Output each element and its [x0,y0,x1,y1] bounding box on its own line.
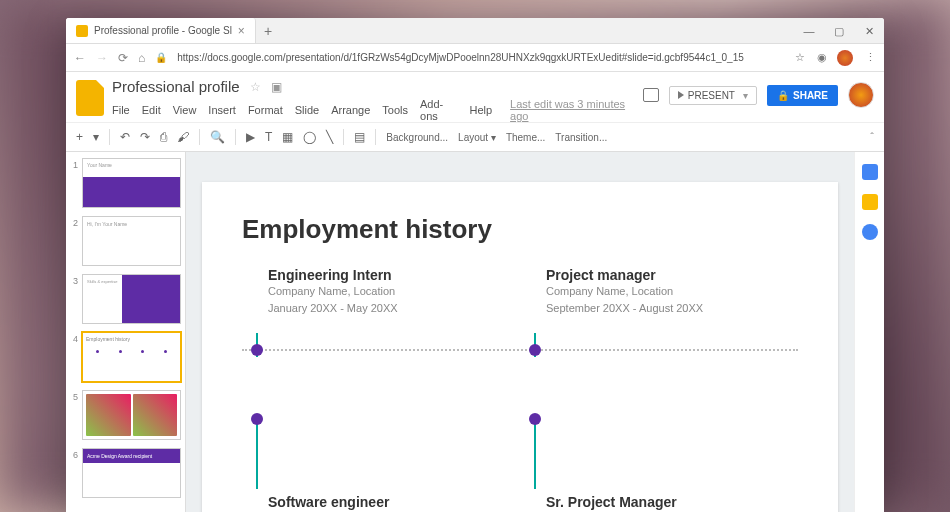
timeline-node-icon [251,413,263,425]
textbox-tool[interactable]: T [265,130,272,144]
keep-icon[interactable] [862,194,878,210]
paint-format-button[interactable]: 🖌 [177,130,189,144]
canvas[interactable]: Employment history Engineering Intern Co… [186,152,854,512]
new-slide-button[interactable]: + [76,130,83,144]
lock-share-icon: 🔒 [777,90,789,101]
menu-help[interactable]: Help [469,104,492,116]
home-button[interactable]: ⌂ [138,51,145,65]
menu-addons[interactable]: Add-ons [420,98,457,122]
slide[interactable]: Employment history Engineering Intern Co… [202,182,838,512]
address-bar: ← → ⟳ ⌂ 🔒 https://docs.google.com/presen… [66,44,884,72]
tab-title: Professional profile - Google Sl [94,25,232,36]
timeline-item[interactable]: Sr. Project Manager Company Name, Locati… [520,336,798,512]
slide-title[interactable]: Employment history [242,214,798,245]
layout-button[interactable]: Layout ▾ [458,132,496,143]
star-icon[interactable]: ☆ [795,51,805,64]
window-controls: — ▢ ✕ [794,18,884,44]
undo-button[interactable]: ↶ [120,130,130,144]
minimize-button[interactable]: — [794,18,824,44]
browser-window: Professional profile - Google Sl × + — ▢… [66,18,884,512]
move-folder-icon[interactable]: ▣ [271,80,282,94]
job-title: Software engineer [268,494,520,510]
menu-format[interactable]: Format [248,104,283,116]
new-tab-button[interactable]: + [256,23,280,39]
menu-bar: File Edit View Insert Format Slide Arran… [112,98,635,122]
tasks-icon[interactable] [862,224,878,240]
thumb-num: 1 [70,160,78,170]
present-button[interactable]: PRESENT ▾ [669,86,757,105]
slides-logo-icon[interactable] [76,80,104,116]
account-avatar[interactable] [848,82,874,108]
doc-title[interactable]: Professional profile [112,78,240,95]
play-icon [678,91,684,99]
redo-button[interactable]: ↷ [140,130,150,144]
calendar-icon[interactable] [862,164,878,180]
job-title: Sr. Project Manager [546,494,798,510]
job-title: Engineering Intern [268,267,520,283]
transition-button[interactable]: Transition... [555,132,607,143]
job-company: Company Name, Location [546,283,798,300]
back-button[interactable]: ← [74,51,86,65]
extension-icon[interactable]: ◉ [817,51,827,64]
slide-thumb-5[interactable] [82,390,181,440]
app-header: Professional profile ☆ ▣ File Edit View … [66,72,884,122]
close-window-button[interactable]: ✕ [854,18,884,44]
thumb-num: 3 [70,276,78,286]
line-tool[interactable]: ╲ [326,130,333,144]
background-button[interactable]: Background... [386,132,448,143]
slide-thumb-1[interactable]: Your Name [82,158,181,208]
menu-edit[interactable]: Edit [142,104,161,116]
menu-icon[interactable]: ⋮ [865,51,876,64]
workspace: 1 Your Name 2 Hi, I'm Your Name 3 Skills… [66,152,884,512]
print-button[interactable]: ⎙ [160,130,167,144]
menu-view[interactable]: View [173,104,197,116]
collapse-toolbar-icon[interactable]: ˆ [870,131,874,143]
timeline-item[interactable]: Software engineer Company Name, Location… [242,336,520,512]
star-doc-icon[interactable]: ☆ [250,80,261,94]
thumb-num: 6 [70,450,78,460]
slide-thumb-4[interactable]: Employment history [82,332,181,382]
share-label: SHARE [793,90,828,101]
timeline: Engineering Intern Company Name, Locatio… [242,267,798,512]
slide-thumb-6[interactable]: Acme Design Award recipient [82,448,181,498]
menu-file[interactable]: File [112,104,130,116]
comment-tool[interactable]: ▤ [354,130,365,144]
image-tool[interactable]: ▦ [282,130,293,144]
thumb-num: 2 [70,218,78,228]
job-dates: January 20XX - May 20XX [268,300,520,317]
present-dropdown-icon[interactable]: ▾ [743,90,748,101]
reload-button[interactable]: ⟳ [118,51,128,65]
doc-meta: Professional profile ☆ ▣ File Edit View … [112,78,635,122]
maximize-button[interactable]: ▢ [824,18,854,44]
forward-button[interactable]: → [96,51,108,65]
slide-thumb-2[interactable]: Hi, I'm Your Name [82,216,181,266]
last-edit-link[interactable]: Last edit was 3 minutes ago [510,98,635,122]
shape-tool[interactable]: ◯ [303,130,316,144]
close-tab-icon[interactable]: × [238,24,245,38]
present-label: PRESENT [688,90,735,101]
slide-panel[interactable]: 1 Your Name 2 Hi, I'm Your Name 3 Skills… [66,152,186,512]
browser-tab[interactable]: Professional profile - Google Sl × [66,18,256,43]
url-field[interactable]: https://docs.google.com/presentation/d/1… [177,52,783,63]
comments-icon[interactable] [643,88,659,102]
theme-button[interactable]: Theme... [506,132,545,143]
share-button[interactable]: 🔒 SHARE [767,85,838,106]
lock-icon: 🔒 [155,52,167,63]
favicon-icon [76,25,88,37]
profile-avatar-icon[interactable] [837,50,853,66]
timeline-item[interactable]: Project manager Company Name, Location S… [520,267,798,336]
select-tool[interactable]: ▶ [246,130,255,144]
side-panel [854,152,884,512]
menu-insert[interactable]: Insert [208,104,236,116]
job-company: Company Name, Location [268,283,520,300]
header-actions: PRESENT ▾ 🔒 SHARE [643,82,874,108]
slide-thumb-3[interactable]: Skills & expertise [82,274,181,324]
menu-tools[interactable]: Tools [382,104,408,116]
menu-arrange[interactable]: Arrange [331,104,370,116]
titlebar: Professional profile - Google Sl × + — ▢… [66,18,884,44]
timeline-item[interactable]: Engineering Intern Company Name, Locatio… [242,267,520,336]
zoom-button[interactable]: 🔍 [210,130,225,144]
menu-slide[interactable]: Slide [295,104,319,116]
new-slide-dropdown-icon[interactable]: ▾ [93,130,99,144]
thumb-num: 5 [70,392,78,402]
